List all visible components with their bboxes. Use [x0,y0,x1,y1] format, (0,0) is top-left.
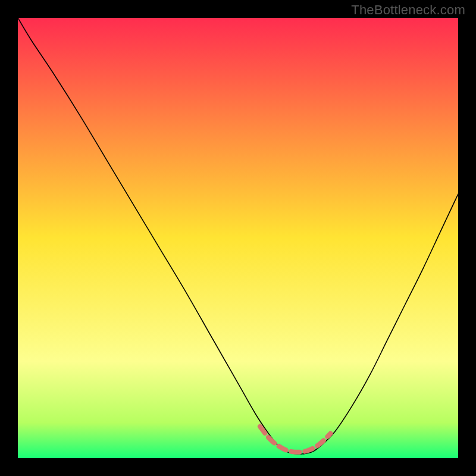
chart-svg [18,18,458,458]
chart-container: TheBottleneck.com [0,0,476,476]
chart-plot [18,18,458,458]
watermark-text: TheBottleneck.com [351,2,465,18]
gradient-background [18,18,458,458]
